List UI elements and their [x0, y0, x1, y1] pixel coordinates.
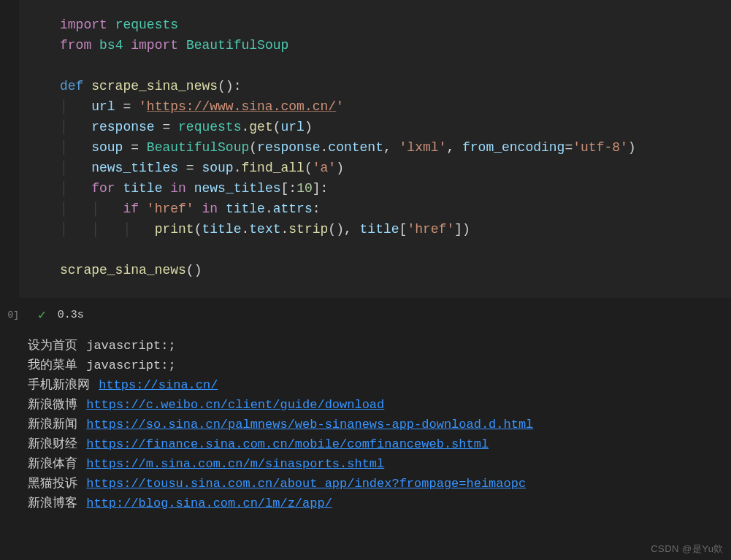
cell-status-row: 0] ✓ 0.3s — [0, 298, 731, 326]
success-check-icon: ✓ — [38, 307, 46, 323]
output-line: 新浪财经 https://finance.sina.com.cn/mobile/… — [28, 434, 731, 454]
output-link[interactable]: https://tousu.sina.com.cn/about_app/inde… — [86, 477, 526, 491]
code-cell[interactable]: import requests from bs4 import Beautifu… — [19, 0, 731, 298]
keyword-in: in — [170, 181, 186, 196]
output-text: 新浪体育 — [28, 457, 77, 471]
func-call: scrape_sina_news — [60, 263, 186, 277]
output-line: 新浪微博 https://c.weibo.cn/client/guide/dow… — [28, 395, 731, 415]
op-eq: = — [115, 99, 139, 114]
paren: (): — [218, 79, 241, 93]
kwarg: from_encoding — [462, 140, 564, 155]
code-line[interactable]: │ │ if 'href' in title.attrs: — [60, 199, 731, 219]
quote: ' — [139, 99, 147, 114]
string: 'lxml' — [399, 140, 447, 155]
code-line[interactable]: │ │ │ print(title.text.strip(), title['h… — [60, 219, 731, 239]
output-line: 新浪博客 http://blog.sina.com.cn/lm/z/app/ — [28, 494, 731, 513]
code-line-blank[interactable] — [60, 239, 731, 260]
string: 'href' — [407, 222, 454, 237]
var-soup: soup — [91, 140, 123, 155]
keyword-def: def — [60, 79, 83, 93]
execution-count: 0] — [1, 310, 23, 321]
output-link[interactable]: https://so.sina.cn/palmnews/web-sinanews… — [86, 418, 533, 431]
func-find-all: find_all — [241, 161, 304, 175]
output-link[interactable]: http://blog.sina.com.cn/lm/z/app/ — [86, 496, 332, 510]
code-line-blank[interactable] — [60, 55, 731, 76]
string: 'a' — [313, 161, 336, 175]
module-bs4: bs4 — [99, 38, 123, 53]
class-beautifulsoup: BeautifulSoup — [186, 38, 288, 53]
code-line[interactable]: import requests — [60, 15, 731, 35]
var-news-titles: news_titles — [91, 161, 178, 175]
output-text: 设为首页 — [28, 339, 77, 353]
number: 10 — [296, 181, 313, 196]
output-text: 新浪微博 — [28, 398, 77, 412]
output-text: 新浪财经 — [28, 437, 77, 451]
output-text: 新浪新闻 — [28, 418, 77, 431]
code-line[interactable]: │ response = requests.get(url) — [60, 117, 731, 137]
module-requests: requests — [115, 18, 178, 32]
cell-output-area[interactable]: 设为首页 javascript:;我的菜单 javascript:;手机新浪网 … — [0, 326, 731, 513]
output-line: 手机新浪网 https://sina.cn/ — [28, 375, 731, 395]
code-line[interactable]: from bs4 import BeautifulSoup — [60, 35, 731, 55]
module: requests — [178, 120, 241, 134]
var-url: url — [91, 99, 115, 114]
output-link[interactable]: https://c.weibo.cn/client/guide/download — [86, 398, 384, 412]
class: BeautifulSoup — [147, 140, 249, 155]
quote: ' — [336, 99, 344, 114]
output-link[interactable]: https://sina.cn/ — [99, 378, 218, 392]
keyword-in: in — [202, 202, 218, 216]
keyword-import: import — [60, 18, 107, 32]
output-nonlink: javascript:; — [86, 358, 175, 372]
output-line: 设为首页 javascript:; — [28, 336, 731, 356]
output-line: 黑猫投诉 https://tousu.sina.com.cn/about_app… — [28, 474, 731, 494]
output-text: 新浪博客 — [28, 496, 77, 510]
keyword-for: for — [91, 181, 115, 196]
output-text: 我的菜单 — [28, 358, 77, 372]
code-line[interactable]: │ news_titles = soup.find_all('a') — [60, 158, 731, 178]
func-get: get — [249, 120, 272, 134]
output-line: 我的菜单 javascript:; — [28, 356, 731, 375]
output-text: 黑猫投诉 — [28, 477, 77, 491]
output-link[interactable]: https://finance.sina.com.cn/mobile/comfi… — [86, 437, 489, 451]
keyword-from: from — [60, 38, 91, 53]
string: 'href' — [147, 202, 194, 216]
keyword-if: if — [123, 202, 139, 216]
func-name: scrape_sina_news — [91, 79, 218, 93]
code-line[interactable]: scrape_sina_news() — [60, 260, 731, 280]
output-text: 手机新浪网 — [28, 378, 90, 392]
code-line[interactable]: │ for title in news_titles[:10]: — [60, 178, 731, 199]
watermark: CSDN @是Yu欸 — [651, 542, 724, 556]
execution-time: 0.3s — [58, 309, 84, 321]
string-url[interactable]: https://www.sina.com.cn/ — [147, 99, 336, 114]
func-print: print — [155, 222, 194, 237]
output-link[interactable]: https://m.sina.com.cn/m/sinasports.shtml — [86, 457, 384, 471]
output-nonlink: javascript:; — [86, 339, 175, 353]
output-line: 新浪新闻 https://so.sina.cn/palmnews/web-sin… — [28, 415, 731, 434]
keyword-import: import — [131, 38, 178, 53]
string: 'utf-8' — [573, 140, 628, 155]
var-response: response — [91, 120, 154, 134]
code-line[interactable]: │ url = 'https://www.sina.com.cn/' — [60, 96, 731, 117]
code-line[interactable]: │ soup = BeautifulSoup(response.content,… — [60, 137, 731, 158]
output-line: 新浪体育 https://m.sina.com.cn/m/sinasports.… — [28, 454, 731, 474]
code-line[interactable]: def scrape_sina_news(): — [60, 76, 731, 96]
